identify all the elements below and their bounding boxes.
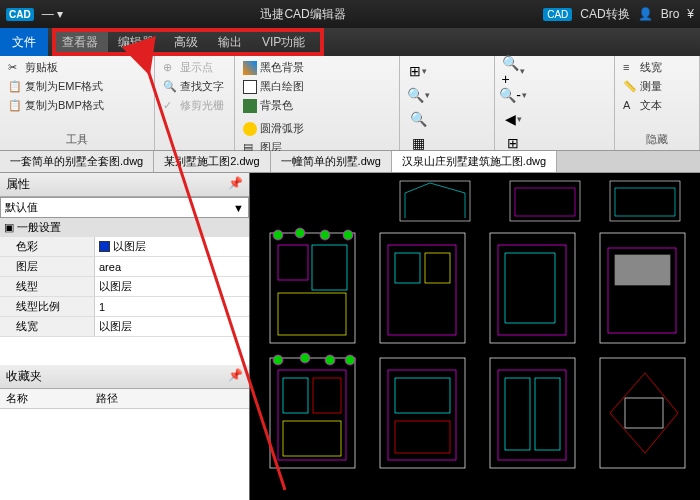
black-bg-button[interactable]: 黑色背景: [241, 59, 393, 76]
grid-icon[interactable]: ▦: [408, 133, 428, 153]
svg-rect-7: [312, 245, 347, 290]
svg-rect-0: [400, 181, 470, 221]
cad-convert-button[interactable]: CAD转换: [580, 6, 629, 23]
prop-row-ltscale[interactable]: 线型比例1: [0, 297, 249, 317]
svg-rect-14: [388, 245, 456, 335]
copy-icon: 📋: [8, 80, 22, 94]
cad-badge: CAD: [543, 8, 572, 21]
work-area: 属性 📌 默认值▼ ▣一般设置 色彩以图层 图层area 线型以图层 线型比例1…: [0, 173, 700, 500]
ribbon-group-hide: ≡线宽 📏测量 A文本 隐藏: [615, 56, 700, 150]
panel-pin-icon[interactable]: 📌: [228, 176, 243, 193]
default-dropdown[interactable]: 默认值▼: [0, 197, 249, 218]
svg-rect-5: [270, 233, 355, 343]
properties-header: 属性 📌: [0, 173, 249, 197]
show-points-button[interactable]: ⊕显示点: [161, 59, 228, 76]
svg-rect-13: [380, 233, 465, 343]
svg-rect-25: [313, 378, 341, 413]
panel-pin-icon[interactable]: 📌: [228, 368, 243, 385]
svg-rect-1: [510, 181, 580, 221]
text-button[interactable]: A文本: [621, 97, 693, 114]
menu-editor[interactable]: 编辑器: [108, 30, 164, 55]
copy-bmp-button[interactable]: 📋复制为BMP格式: [6, 97, 148, 114]
zoom-window-icon[interactable]: 🔍-: [503, 85, 523, 105]
svg-rect-38: [535, 378, 560, 450]
bw-icon: [243, 80, 257, 94]
svg-rect-17: [490, 233, 575, 343]
svg-point-30: [345, 355, 355, 365]
svg-point-11: [320, 230, 330, 240]
collapse-icon: ▣: [4, 221, 14, 234]
search-icon: 🔍: [163, 80, 177, 94]
zoom-out-icon[interactable]: 🔍: [408, 109, 428, 129]
app-title: 迅捷CAD编辑器: [63, 6, 543, 23]
zoom-extents-icon[interactable]: 🔍+: [503, 61, 523, 81]
ribbon: ✂剪贴板 📋复制为EMF格式 📋复制为BMP格式 工具 ⊕显示点 🔍查找文字 ✓…: [0, 56, 700, 151]
color-icon: [243, 99, 257, 113]
ribbon-group-label: [161, 145, 228, 147]
svg-rect-15: [395, 253, 420, 283]
measure-button[interactable]: 📏测量: [621, 78, 693, 95]
doc-tab[interactable]: 一幢简单的别墅.dwg: [271, 151, 392, 172]
ribbon-group-label: 工具: [6, 130, 148, 147]
fit-icon[interactable]: ⊞: [408, 61, 428, 81]
menu-output[interactable]: 输出: [208, 30, 252, 55]
favorites-columns: 名称 路径: [0, 389, 249, 409]
bw-draw-button[interactable]: 黑白绘图: [241, 78, 393, 95]
line-icon: ≡: [623, 61, 637, 75]
svg-rect-33: [395, 378, 450, 413]
ribbon-group-cad: 黑色背景 黑白绘图 背景色 圆滑弧形 ▤图层 ▦结构 CAD绘图设置: [235, 56, 400, 150]
nav-left-icon[interactable]: ◀: [503, 109, 523, 129]
find-text-button[interactable]: 🔍查找文字: [161, 78, 228, 95]
doc-tab[interactable]: 汉泉山庄别墅建筑施工图.dwg: [392, 151, 557, 172]
ruler-icon: 📏: [623, 80, 637, 94]
prop-row-layer[interactable]: 图层area: [0, 257, 249, 277]
svg-rect-6: [278, 245, 308, 280]
cad-drawing: [250, 173, 700, 500]
svg-rect-24: [283, 378, 308, 413]
prop-row-lineweight[interactable]: 线宽以图层: [0, 317, 249, 337]
file-menu[interactable]: 文件: [0, 28, 48, 56]
nav-up-icon[interactable]: ⊞: [503, 133, 523, 153]
menu-advanced[interactable]: 高级: [164, 30, 208, 55]
bg-color-button[interactable]: 背景色: [241, 97, 393, 114]
ribbon-group-tools: ✂剪贴板 📋复制为EMF格式 📋复制为BMP格式 工具: [0, 56, 155, 150]
clipboard-button[interactable]: ✂剪贴板: [6, 59, 148, 76]
property-grid: ▣一般设置 色彩以图层 图层area 线型以图层 线型比例1 线宽以图层: [0, 218, 249, 337]
zoom-in-icon[interactable]: 🔍: [408, 85, 428, 105]
fav-col-name: 名称: [6, 391, 96, 406]
svg-rect-3: [610, 181, 680, 221]
svg-point-12: [343, 230, 353, 240]
menu-viewer[interactable]: 查看器: [52, 30, 108, 55]
svg-rect-32: [388, 370, 456, 460]
text-icon: A: [623, 99, 637, 113]
user-icon[interactable]: 👤: [638, 7, 653, 21]
doc-tab[interactable]: 一套简单的别墅全套图.dwg: [0, 151, 154, 172]
svg-point-10: [295, 228, 305, 238]
trim-raster-button[interactable]: ✓修剪光栅: [161, 97, 228, 114]
svg-rect-37: [505, 378, 530, 450]
arc-icon: [243, 122, 257, 136]
smooth-arc-button[interactable]: 圆滑弧形: [241, 120, 393, 137]
title-bar: CAD — ▾ 迅捷CAD编辑器 CAD CAD转换 👤 Bro ¥: [0, 0, 700, 28]
prop-section[interactable]: ▣一般设置: [0, 218, 249, 237]
app-logo: CAD: [6, 8, 34, 21]
menu-vip[interactable]: VIP功能: [252, 30, 315, 55]
drawing-canvas[interactable]: [250, 173, 700, 500]
svg-rect-8: [278, 293, 346, 335]
crop-icon: ✓: [163, 99, 177, 113]
target-icon: ⊕: [163, 61, 177, 75]
lineweight-button[interactable]: ≡线宽: [621, 59, 693, 76]
user-name: Bro: [661, 7, 680, 21]
doc-tab[interactable]: 某别墅施工图2.dwg: [154, 151, 270, 172]
titlebar-dash: — ▾: [42, 7, 63, 21]
prop-row-linetype[interactable]: 线型以图层: [0, 277, 249, 297]
copy-emf-button[interactable]: 📋复制为EMF格式: [6, 78, 148, 95]
favorites-list[interactable]: [0, 409, 249, 500]
favorites-header: 收藏夹 📌: [0, 365, 249, 389]
svg-rect-21: [615, 255, 670, 285]
currency-button[interactable]: ¥: [687, 7, 694, 21]
scissors-icon: ✂: [8, 61, 22, 75]
fav-col-path: 路径: [96, 391, 118, 406]
prop-row-color[interactable]: 色彩以图层: [0, 237, 249, 257]
svg-point-28: [300, 353, 310, 363]
